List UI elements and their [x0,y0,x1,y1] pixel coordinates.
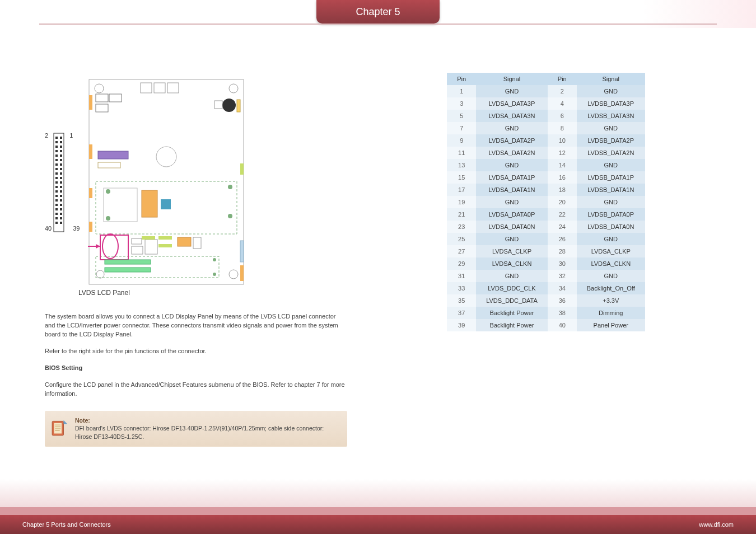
svg-rect-10 [60,154,62,157]
svg-point-80 [213,258,216,261]
table-row: 15LVDSA_DATA1P16LVDSB_DATA1P [447,171,645,184]
signal-cell: GND [577,159,645,171]
pin-cell: 21 [447,208,476,221]
svg-rect-41 [89,79,244,284]
signal-cell: GND [577,85,645,97]
svg-point-42 [95,84,104,93]
svg-rect-15 [55,168,58,170]
th-sig-b: Signal [577,73,645,85]
content-area: 2 [45,56,711,484]
pin-label-39: 39 [73,225,80,232]
svg-rect-74 [142,236,155,240]
svg-point-67 [228,185,232,189]
pin-label-1: 1 [69,132,73,233]
signal-cell: GND [577,233,645,245]
signal-cell: LVDSB_DATA2N [577,147,645,159]
signal-cell: LVDSB_DATA3N [577,110,645,122]
pin-cell: 20 [548,196,577,208]
svg-rect-77 [178,237,191,246]
pin-cell: 39 [447,319,476,331]
pin-cell: 2 [548,85,577,97]
signal-cell: LVDSA_DATA1N [476,184,548,196]
pin-cell: 14 [548,159,577,171]
paragraph-2: Refer to the right side for the pin func… [45,347,347,356]
pin-cell: 31 [447,270,476,282]
connector-pin-labels: 2 [45,132,80,232]
note-text: DFI board's LVDS connector: Hirose DF13-… [75,424,339,441]
pin-cell: 27 [447,245,476,257]
pin-cell: 3 [447,97,476,110]
table-row: 9LVDSA_DATA2P10LVDSB_DATA2P [447,134,645,147]
svg-rect-21 [55,181,58,184]
chapter-tab: Chapter 5 [316,0,440,24]
table-row: 21LVDSA_DATA0P22LVDSB_DATA0P [447,208,645,221]
signal-cell: GND [476,196,548,208]
svg-rect-35 [55,213,58,215]
pin-cell: 10 [548,134,577,147]
svg-rect-17 [55,172,58,175]
pin-cell: 15 [447,171,476,184]
svg-rect-11 [55,159,58,161]
signal-cell: GND [476,233,548,245]
signal-cell: Dimming [577,307,645,319]
signal-cell: LVDSA_CLKN [476,257,548,270]
footer-left: Chapter 5 Ports and Connectors [22,521,111,528]
table-row: 19GND20GND [447,196,645,208]
svg-rect-12 [60,159,62,161]
signal-cell: GND [476,122,548,134]
th-pin-a: Pin [447,73,476,85]
svg-rect-18 [60,172,62,175]
svg-rect-6 [60,146,62,148]
table-row: 13GND14GND [447,159,645,171]
paragraph-3: Configure the LCD panel in the Advanced/… [45,381,347,399]
svg-rect-91 [54,423,62,433]
left-column: 2 [45,56,347,484]
svg-rect-9 [55,154,58,157]
pin-cell: 6 [548,110,577,122]
signal-cell: LVDSA_DATA3P [476,97,548,110]
pin-cell: 26 [548,233,577,245]
table-row: 37Backlight Power38Dimming [447,307,645,319]
table-row: 33LVDS_DDC_CLK34Backlight_On_Off [447,282,645,294]
svg-rect-30 [60,199,62,202]
signal-cell: LVDSB_DATA1N [577,184,645,196]
table-row: 27LVDSA_CLKP28LVDSA_CLKP [447,245,645,257]
header-rule [39,24,717,25]
pin-label-2: 2 [45,132,48,233]
svg-rect-55 [89,95,92,110]
signal-cell: +3.3V [577,294,645,307]
svg-rect-50 [154,83,165,93]
svg-rect-84 [105,260,151,264]
signal-cell: GND [476,159,548,171]
pin-cell: 40 [548,319,577,331]
svg-rect-47 [109,94,122,102]
svg-rect-72 [132,246,143,254]
svg-rect-38 [60,217,62,219]
th-sig-a: Signal [476,73,548,85]
svg-rect-33 [55,208,58,210]
table-row: 3LVDSA_DATA3P4LVDSB_DATA3P [447,97,645,110]
pin-label-40: 40 [45,225,52,232]
signal-cell: LVDS_DDC_CLK [476,282,548,294]
svg-rect-32 [60,204,62,206]
note-title: Note: [75,416,339,425]
svg-rect-75 [158,236,172,240]
signal-cell: LVDSA_DATA2P [476,134,548,147]
svg-rect-13 [55,163,58,166]
svg-rect-14 [60,163,62,166]
pin-cell: 1 [447,85,476,97]
svg-rect-4 [60,141,62,143]
pin-cell: 22 [548,208,577,221]
svg-marker-96 [64,420,68,424]
pin-cell: 19 [447,196,476,208]
pin-cell: 12 [548,147,577,159]
svg-rect-20 [60,177,62,179]
signal-cell: Panel Power [577,319,645,331]
pin-cell: 16 [548,171,577,184]
svg-rect-29 [55,199,58,202]
pin-cell: 7 [447,122,476,134]
svg-rect-36 [60,213,62,215]
table-row: 31GND32GND [447,270,645,282]
svg-rect-86 [240,241,244,262]
pin-cell: 5 [447,110,476,122]
